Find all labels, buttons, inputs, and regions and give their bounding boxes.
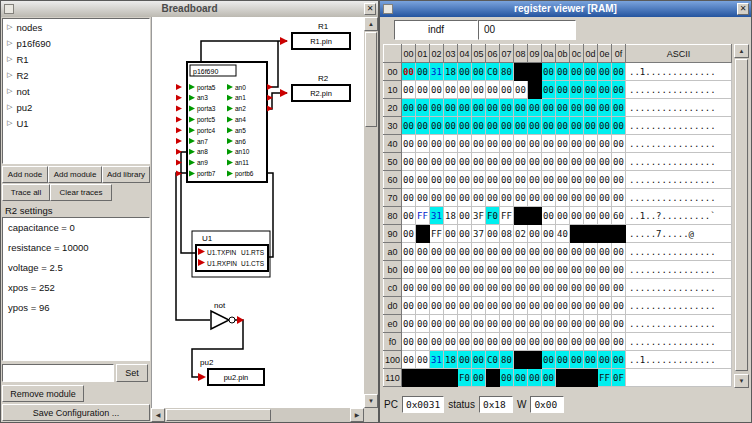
ram-cell[interactable]: 00 [416, 189, 430, 207]
ram-cell[interactable]: 00 [458, 63, 472, 81]
scroll-up-icon[interactable]: ▲ [734, 44, 749, 58]
ram-cell[interactable]: 00 [500, 99, 514, 117]
ram-cell[interactable]: 00 [542, 261, 556, 279]
ram-cell[interactable]: 00 [556, 153, 570, 171]
ram-cell[interactable]: 00 [486, 333, 500, 351]
ram-cell[interactable]: 00 [486, 99, 500, 117]
ram-cell[interactable]: 00 [598, 99, 612, 117]
ram-cell[interactable]: 00 [514, 117, 528, 135]
ram-cell[interactable]: 00 [472, 351, 486, 369]
ram-cell[interactable]: 00 [584, 333, 598, 351]
ram-cell[interactable]: 00 [500, 117, 514, 135]
ram-cell[interactable]: 00 [528, 279, 542, 297]
ram-cell[interactable]: 00 [612, 63, 626, 81]
ram-cell[interactable]: 00 [598, 117, 612, 135]
ram-cell[interactable]: 60 [612, 207, 626, 225]
ram-cell[interactable]: 00 [416, 315, 430, 333]
ram-cell[interactable]: 00 [458, 99, 472, 117]
ram-cell[interactable]: 00 [430, 261, 444, 279]
ram-cell[interactable]: 00 [584, 261, 598, 279]
ram-cell[interactable]: 00 [570, 63, 584, 81]
ram-cell[interactable]: 00 [500, 369, 514, 387]
ram-cell[interactable]: 00 [584, 315, 598, 333]
add-node-button[interactable]: Add node [2, 166, 48, 183]
set-button[interactable]: Set [116, 364, 148, 382]
ram-cell[interactable]: 00 [458, 117, 472, 135]
ram-cell[interactable]: 00 [458, 315, 472, 333]
ram-cell[interactable]: 00 [458, 279, 472, 297]
ram-cell[interactable]: 00 [458, 333, 472, 351]
ram-cell[interactable]: 00 [500, 81, 514, 99]
ram-cell[interactable]: 00 [514, 135, 528, 153]
ram-cell[interactable]: 00 [612, 333, 626, 351]
ram-cell[interactable]: 00 [402, 99, 416, 117]
ram-cell[interactable]: 00 [458, 171, 472, 189]
ram-cell[interactable]: 00 [472, 63, 486, 81]
ram-cell[interactable]: 00 [430, 279, 444, 297]
ram-cell[interactable]: 00 [570, 351, 584, 369]
ram-cell[interactable]: 00 [570, 189, 584, 207]
ram-cell[interactable]: 00 [486, 135, 500, 153]
trace-all-button[interactable]: Trace all [2, 184, 50, 201]
ram-cell[interactable]: 00 [444, 315, 458, 333]
tree-item-p16f690[interactable]: ▷p16f690 [3, 35, 149, 51]
attribute-item[interactable]: resistance = 10000 [3, 238, 149, 258]
ram-cell[interactable]: 00 [444, 135, 458, 153]
ram-cell[interactable]: 00 [612, 153, 626, 171]
ram-cell[interactable]: 00 [472, 261, 486, 279]
ram-cell[interactable]: 00 [556, 189, 570, 207]
ram-cell[interactable]: 00 [556, 297, 570, 315]
ram-cell[interactable]: 00 [444, 99, 458, 117]
ram-cell[interactable]: 00 [556, 351, 570, 369]
ram-cell[interactable]: 00 [486, 189, 500, 207]
scroll-down-icon[interactable]: ▼ [364, 394, 378, 408]
ram-cell[interactable]: 00 [430, 171, 444, 189]
ram-cell[interactable]: 00 [500, 171, 514, 189]
pin-label[interactable]: portb7 [197, 170, 216, 178]
ram-cell[interactable]: 00 [402, 207, 416, 225]
ram-cell[interactable]: 00 [472, 153, 486, 171]
ram-cell[interactable]: 00 [444, 297, 458, 315]
ram-cell[interactable]: 00 [570, 207, 584, 225]
ram-cell[interactable]: 00 [570, 135, 584, 153]
ram-cell[interactable]: 00 [402, 279, 416, 297]
ram-cell[interactable]: 00 [584, 81, 598, 99]
ram-cell[interactable]: 00 [514, 189, 528, 207]
ram-cell[interactable]: 00 [542, 63, 556, 81]
ram-cell[interactable]: 02 [514, 225, 528, 243]
clear-traces-button[interactable]: Clear traces [50, 184, 112, 201]
ram-cell[interactable]: 00 [472, 171, 486, 189]
ram-cell[interactable]: 00 [458, 243, 472, 261]
ram-cell[interactable]: 00 [570, 153, 584, 171]
ram-cell[interactable]: 00 [444, 279, 458, 297]
ram-cell[interactable]: 00 [612, 171, 626, 189]
ram-cell[interactable]: 00 [570, 243, 584, 261]
expander-icon[interactable]: ▷ [7, 87, 12, 95]
ram-cell[interactable]: 00 [570, 333, 584, 351]
ram-cell[interactable]: 00 [514, 297, 528, 315]
ram-cell[interactable]: 00 [598, 315, 612, 333]
breadboard-titlebar[interactable]: Breadboard ✕ [1, 1, 378, 17]
ram-cell[interactable]: 00 [598, 279, 612, 297]
ram-cell[interactable]: 00 [486, 243, 500, 261]
ram-cell[interactable]: 00 [430, 81, 444, 99]
ram-cell[interactable]: 00 [612, 261, 626, 279]
expander-icon[interactable]: ▷ [7, 71, 12, 79]
ram-cell[interactable]: 00 [528, 243, 542, 261]
ram-cell[interactable]: 00 [430, 135, 444, 153]
ram-cell[interactable]: 3F [472, 207, 486, 225]
ram-cell[interactable]: 00 [486, 153, 500, 171]
ram-cell[interactable]: FF [500, 207, 514, 225]
ram-cell[interactable]: 00 [556, 333, 570, 351]
close-icon[interactable]: ✕ [364, 3, 376, 15]
pin-label[interactable]: an10 [235, 148, 250, 155]
pin-label[interactable]: portc4 [197, 127, 215, 135]
tree-item-pu2[interactable]: ▷pu2 [3, 99, 149, 115]
ram-cell[interactable]: 00 [612, 297, 626, 315]
ram-cell[interactable]: C0 [486, 63, 500, 81]
ram-cell[interactable]: 31 [430, 63, 444, 81]
ram-cell[interactable]: 00 [500, 189, 514, 207]
tree-item-R2[interactable]: ▷R2 [3, 67, 149, 83]
ram-cell[interactable]: 00 [542, 333, 556, 351]
ram-cell[interactable]: 00 [416, 261, 430, 279]
